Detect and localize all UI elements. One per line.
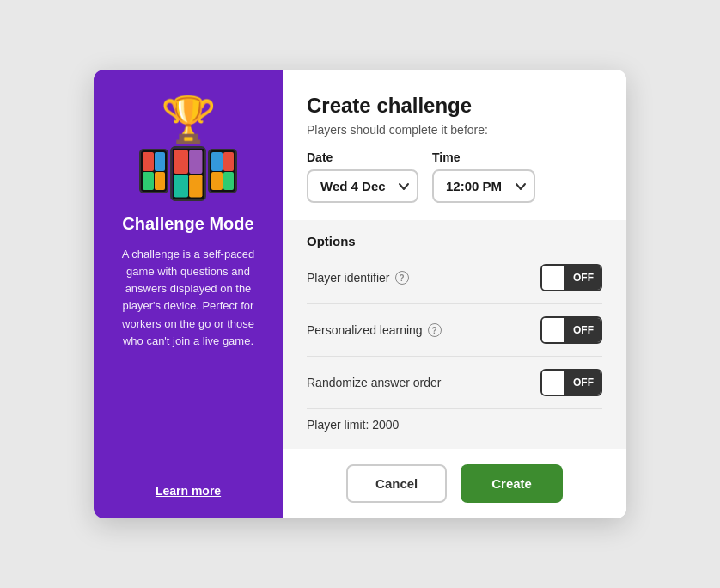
left-panel: 🏆 (94, 70, 283, 518)
time-label: Time (432, 150, 535, 164)
learn-more-link[interactable]: Learn more (156, 484, 221, 498)
toggle-player-identifier[interactable]: OFF (540, 264, 602, 291)
dialog-subtitle: Players should complete it before: (307, 123, 602, 137)
trophy-area: 🏆 (139, 97, 237, 199)
option-row-player-identifier: Player identifier ? OFF (307, 252, 602, 304)
date-label: Date (307, 150, 418, 164)
toggle-label-player-identifier: OFF (566, 266, 601, 290)
left-panel-description: A challenge is a self-paced game with qu… (111, 246, 265, 350)
date-dropdown-wrapper[interactable]: Wed 4 Dec Thu 5 Dec Fri 6 Dec (307, 169, 418, 203)
dialog-title: Create challenge (307, 94, 602, 118)
help-icon-personalized-learning[interactable]: ? (428, 323, 442, 337)
phone-right (208, 149, 237, 193)
phone-left (139, 149, 168, 193)
options-title: Options (307, 234, 602, 248)
player-limit-text: Player limit: 2000 (307, 409, 602, 435)
trophy-icon: 🏆 (161, 97, 217, 142)
toggle-personalized-learning[interactable]: OFF (540, 316, 602, 344)
dialog-footer: Cancel Create (283, 449, 626, 518)
dialog-header: Create challenge Players should complete… (283, 70, 626, 150)
option-label-player-identifier: Player identifier ? (307, 271, 409, 285)
option-label-randomize-answer: Randomize answer order (307, 376, 441, 389)
phones-area (139, 149, 237, 199)
option-text-randomize-answer: Randomize answer order (307, 376, 441, 389)
options-section: Options Player identifier ? OFF Personal… (283, 220, 626, 449)
time-field-group: Time 12:00 PM 1:00 PM 2:00 PM (432, 150, 535, 203)
option-text-personalized-learning: Personalized learning (307, 323, 423, 337)
create-challenge-dialog: 🏆 (94, 70, 626, 518)
option-label-personalized-learning: Personalized learning ? (307, 323, 442, 337)
option-text-player-identifier: Player identifier (307, 271, 390, 285)
date-time-row: Date Wed 4 Dec Thu 5 Dec Fri 6 Dec Time (283, 150, 626, 220)
toggle-randomize-answer[interactable]: OFF (540, 369, 602, 396)
time-dropdown-wrapper[interactable]: 12:00 PM 1:00 PM 2:00 PM (432, 169, 535, 203)
phone-center (170, 146, 206, 201)
left-panel-title: Challenge Mode (122, 214, 253, 234)
time-select[interactable]: 12:00 PM 1:00 PM 2:00 PM (432, 169, 535, 203)
option-row-personalized-learning: Personalized learning ? OFF (307, 304, 602, 357)
help-icon-player-identifier[interactable]: ? (395, 271, 409, 285)
date-field-group: Date Wed 4 Dec Thu 5 Dec Fri 6 Dec (307, 150, 418, 203)
toggle-thumb-personalized-learning (542, 318, 566, 342)
date-select[interactable]: Wed 4 Dec Thu 5 Dec Fri 6 Dec (307, 169, 418, 203)
toggle-thumb-player-identifier (542, 266, 566, 290)
right-panel: Create challenge Players should complete… (283, 70, 626, 518)
toggle-label-personalized-learning: OFF (566, 318, 601, 342)
cancel-button[interactable]: Cancel (346, 464, 447, 503)
toggle-thumb-randomize-answer (542, 371, 566, 395)
create-button[interactable]: Create (461, 464, 563, 503)
toggle-label-randomize-answer: OFF (566, 371, 601, 395)
option-row-randomize-answer: Randomize answer order OFF (307, 357, 602, 409)
